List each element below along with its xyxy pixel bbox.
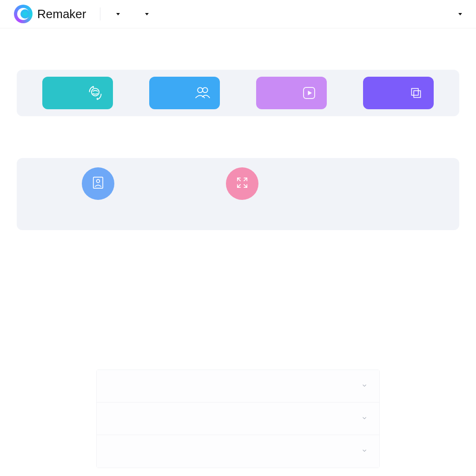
person-card-icon <box>90 175 106 192</box>
nav-item-2[interactable] <box>143 13 149 15</box>
expand-icon <box>234 175 250 192</box>
app-header: Remaker <box>0 0 476 28</box>
main-nav <box>114 13 149 15</box>
accordion-item[interactable] <box>97 370 379 403</box>
feature-upscale[interactable] <box>226 167 258 200</box>
svg-point-7 <box>97 179 100 183</box>
chevron-down-icon <box>361 415 368 423</box>
faq-accordion <box>96 370 380 468</box>
tool-card-video[interactable] <box>256 77 327 109</box>
brand-name: Remaker <box>37 7 86 21</box>
accordion-item[interactable] <box>97 403 379 435</box>
nav-item-1[interactable] <box>114 13 120 15</box>
brand-logo[interactable]: Remaker <box>14 5 86 23</box>
feature-panel <box>17 158 459 230</box>
stack-icon <box>408 85 424 101</box>
chevron-down-icon <box>145 13 149 15</box>
chevron-down-icon <box>361 382 368 390</box>
play-icon <box>301 85 317 101</box>
chevron-down-icon <box>116 13 120 15</box>
chevron-down-icon <box>361 447 368 456</box>
svg-point-1 <box>198 87 203 93</box>
divider <box>100 7 100 20</box>
tool-card-batch[interactable] <box>363 77 434 109</box>
svg-point-2 <box>203 87 208 93</box>
chevron-down-icon <box>458 13 462 15</box>
svg-rect-4 <box>414 91 420 97</box>
svg-point-0 <box>92 88 99 96</box>
svg-rect-5 <box>411 88 418 95</box>
tool-card-multi-face[interactable] <box>149 77 220 109</box>
face-swap-icon <box>87 85 104 101</box>
accordion-item[interactable] <box>97 435 379 468</box>
tools-panel <box>17 70 459 116</box>
logo-icon <box>14 5 33 23</box>
feature-headshot[interactable] <box>82 167 114 200</box>
language-selector[interactable] <box>456 13 462 15</box>
tool-card-face-swap[interactable] <box>42 77 113 109</box>
users-icon <box>194 85 211 101</box>
